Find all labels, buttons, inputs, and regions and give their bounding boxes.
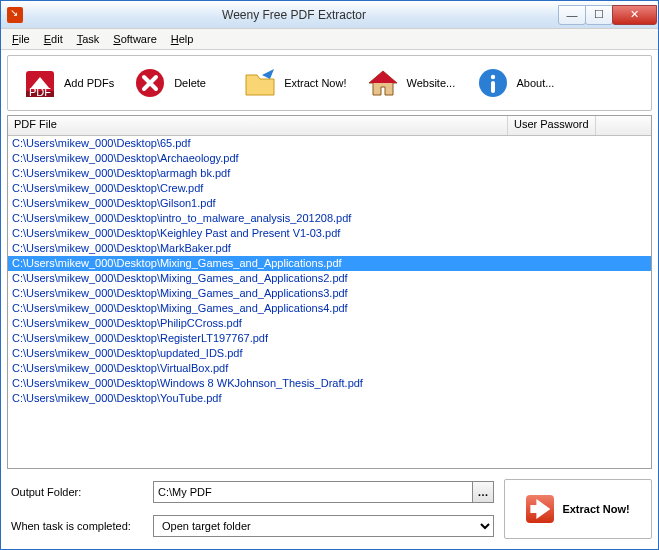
extract-now-button[interactable]: Extract Now! (234, 63, 356, 103)
table-row[interactable]: C:\Users\mikew_000\Desktop\RegisterLT197… (8, 331, 651, 346)
titlebar: Weeny Free PDF Extractor — ☐ ✕ (1, 1, 658, 29)
when-completed-select[interactable]: Open target folder (153, 515, 494, 537)
window-title: Weeny Free PDF Extractor (29, 8, 559, 22)
table-row[interactable]: C:\Users\mikew_000\Desktop\Crew.pdf (8, 181, 651, 196)
window-controls: — ☐ ✕ (559, 5, 657, 25)
output-folder-input[interactable] (153, 481, 473, 503)
menu-file[interactable]: File (5, 31, 37, 47)
file-list-body[interactable]: C:\Users\mikew_000\Desktop\65.pdfC:\User… (8, 136, 651, 468)
delete-button[interactable]: Delete (124, 63, 234, 103)
extract-now-label: Extract Now! (284, 77, 346, 89)
extract-arrow-icon (526, 495, 554, 523)
extract-now-big-label: Extract Now! (562, 503, 629, 515)
file-list-header: PDF File User Password (8, 116, 651, 136)
browse-button[interactable]: … (472, 481, 494, 503)
delete-icon (134, 67, 166, 99)
toolbar: PDF Add PDFs Delete Extract Now! Website… (7, 55, 652, 111)
add-pdfs-label: Add PDFs (64, 77, 114, 89)
folder-extract-icon (244, 67, 276, 99)
menu-software[interactable]: Software (106, 31, 163, 47)
table-row[interactable]: C:\Users\mikew_000\Desktop\YouTube.pdf (8, 391, 651, 406)
close-button[interactable]: ✕ (612, 5, 657, 25)
pdf-icon: PDF (24, 67, 56, 99)
extract-panel: Extract Now! (504, 479, 652, 539)
menu-task[interactable]: Task (70, 31, 107, 47)
about-button[interactable]: About... (467, 63, 577, 103)
menu-help[interactable]: Help (164, 31, 201, 47)
info-icon (477, 67, 509, 99)
svg-point-5 (490, 75, 494, 79)
table-row[interactable]: C:\Users\mikew_000\Desktop\VirtualBox.pd… (8, 361, 651, 376)
table-row[interactable]: C:\Users\mikew_000\Desktop\Mixing_Games_… (8, 256, 651, 271)
table-row[interactable]: C:\Users\mikew_000\Desktop\Mixing_Games_… (8, 301, 651, 316)
table-row[interactable]: C:\Users\mikew_000\Desktop\Archaeology.p… (8, 151, 651, 166)
delete-label: Delete (174, 77, 206, 89)
table-row[interactable]: C:\Users\mikew_000\Desktop\Keighley Past… (8, 226, 651, 241)
svg-rect-6 (491, 81, 495, 93)
menu-edit[interactable]: Edit (37, 31, 70, 47)
when-completed-label: When task is completed: (7, 520, 147, 532)
bottom-panel: Output Folder: … When task is completed:… (1, 469, 658, 549)
table-row[interactable]: C:\Users\mikew_000\Desktop\intro_to_malw… (8, 211, 651, 226)
extract-now-big-button[interactable]: Extract Now! (516, 489, 639, 529)
about-label: About... (517, 77, 555, 89)
menubar: File Edit Task Software Help (1, 29, 658, 50)
file-list[interactable]: PDF File User Password C:\Users\mikew_00… (7, 115, 652, 469)
website-label: Website... (407, 77, 456, 89)
table-row[interactable]: C:\Users\mikew_000\Desktop\Gilson1.pdf (8, 196, 651, 211)
table-row[interactable]: C:\Users\mikew_000\Desktop\updated_IDS.p… (8, 346, 651, 361)
column-pdf-file[interactable]: PDF File (8, 116, 508, 135)
home-icon (367, 67, 399, 99)
maximize-button[interactable]: ☐ (585, 5, 613, 25)
svg-text:PDF: PDF (29, 86, 51, 98)
table-row[interactable]: C:\Users\mikew_000\Desktop\Mixing_Games_… (8, 286, 651, 301)
table-row[interactable]: C:\Users\mikew_000\Desktop\65.pdf (8, 136, 651, 151)
app-icon (7, 7, 23, 23)
column-user-password[interactable]: User Password (508, 116, 596, 135)
table-row[interactable]: C:\Users\mikew_000\Desktop\Mixing_Games_… (8, 271, 651, 286)
website-button[interactable]: Website... (357, 63, 467, 103)
minimize-button[interactable]: — (558, 5, 586, 25)
table-row[interactable]: C:\Users\mikew_000\Desktop\PhilipCCross.… (8, 316, 651, 331)
table-row[interactable]: C:\Users\mikew_000\Desktop\armagh bk.pdf (8, 166, 651, 181)
add-pdfs-button[interactable]: PDF Add PDFs (14, 63, 124, 103)
table-row[interactable]: C:\Users\mikew_000\Desktop\MarkBaker.pdf (8, 241, 651, 256)
output-folder-label: Output Folder: (7, 486, 147, 498)
table-row[interactable]: C:\Users\mikew_000\Desktop\Windows 8 WKJ… (8, 376, 651, 391)
